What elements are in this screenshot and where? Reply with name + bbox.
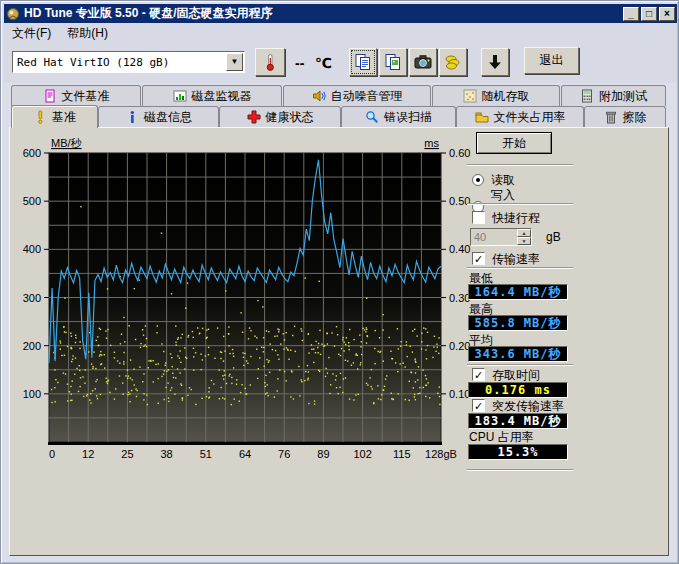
short-stroke-label: 快捷行程 — [492, 210, 540, 227]
health-cross-icon — [247, 110, 261, 124]
transfer-rate-label: 传输速率 — [492, 251, 540, 268]
speaker-icon — [312, 89, 326, 103]
screenshot-button[interactable] — [409, 48, 437, 76]
svg-text:25: 25 — [121, 448, 133, 460]
tab-label: 文件夹占用率 — [494, 109, 566, 126]
tab-folder-usage[interactable]: 文件夹占用率 — [456, 106, 584, 127]
maximize-button[interactable]: □ — [641, 7, 657, 21]
file-benchmark-icon — [43, 89, 57, 103]
svg-text:38: 38 — [160, 448, 172, 460]
spin-down-icon[interactable]: ▼ — [517, 237, 531, 245]
svg-text:76: 76 — [278, 448, 290, 460]
magnifier-icon — [365, 110, 379, 124]
start-button[interactable]: 开始 — [476, 132, 552, 154]
svg-text:200: 200 — [23, 340, 41, 352]
svg-text:102: 102 — [353, 448, 371, 460]
short-stroke-value: 40 — [471, 229, 517, 245]
tab-label: 错误扫描 — [384, 109, 432, 126]
toolbar: Red Hat VirtIO (128 gB) ▼ -- ℃ — [4, 43, 677, 83]
svg-text:89: 89 — [317, 448, 329, 460]
benchmark-chart: 6005004003002001000.600.500.400.300.200.… — [11, 131, 481, 471]
menu-help[interactable]: 帮助(H) — [59, 23, 116, 44]
avg-speed-display: 343.6 MB/秒 — [468, 346, 568, 362]
burst-rate-checkbox[interactable]: ✓ — [472, 399, 485, 412]
tab-file-benchmark[interactable]: 文件基准 — [11, 85, 141, 106]
down-arrow-icon — [485, 52, 505, 72]
svg-text:51: 51 — [200, 448, 212, 460]
write-label: 写入 — [491, 187, 515, 204]
copy-text-icon — [353, 52, 373, 72]
window-title: HD Tune 专业版 5.50 - 硬盘/固态硬盘实用程序 — [24, 5, 272, 22]
tab-noise-management[interactable]: 自动噪音管理 — [283, 85, 431, 106]
svg-text:600: 600 — [23, 147, 41, 159]
spin-up-icon[interactable]: ▲ — [517, 229, 531, 237]
temperature-value: -- — [295, 55, 304, 71]
random-access-icon — [463, 89, 477, 103]
folder-icon — [475, 110, 489, 124]
tab-health[interactable]: 健康状态 — [219, 106, 341, 127]
transfer-rate-checkbox[interactable]: ✓ — [472, 252, 485, 265]
tab-disk-info[interactable]: 磁盘信息 — [98, 106, 219, 127]
coins-icon — [443, 52, 463, 72]
camera-icon — [413, 52, 433, 72]
svg-text:400: 400 — [23, 243, 41, 255]
chevron-down-icon[interactable]: ▼ — [226, 53, 243, 71]
start-button-label: 开始 — [502, 135, 526, 152]
separator — [467, 469, 573, 471]
minimize-button[interactable]: _ — [623, 7, 639, 21]
svg-text:100: 100 — [23, 388, 41, 400]
svg-text:0.40: 0.40 — [449, 243, 470, 255]
access-time-checkbox[interactable]: ✓ — [472, 368, 485, 381]
separator — [467, 267, 573, 269]
calculator-icon — [580, 89, 594, 103]
tab-label: 磁盘信息 — [144, 109, 192, 126]
tab-disk-monitor[interactable]: 磁盘监视器 — [142, 85, 282, 106]
max-speed-display: 585.8 MB/秒 — [468, 315, 568, 331]
hdtune-window: HD Tune 专业版 5.50 - 硬盘/固态硬盘实用程序 _ □ × 文件(… — [0, 0, 679, 564]
tab-erase[interactable]: 擦除 — [584, 106, 666, 127]
trash-icon — [604, 110, 618, 124]
left-axis-label: MB/秒 — [51, 137, 83, 149]
tab-error-scan[interactable]: 错误扫描 — [341, 106, 456, 127]
short-stroke-spinner[interactable]: 40 ▲▼ — [470, 228, 532, 246]
benchmark-icon — [33, 110, 47, 124]
exit-button-label: 退出 — [540, 52, 564, 69]
menu-bar: 文件(F) 帮助(H) — [4, 23, 677, 43]
right-axis-label: ms — [424, 137, 439, 149]
copy-image-icon — [383, 52, 403, 72]
exit-button[interactable]: 退出 — [524, 47, 579, 74]
tab-benchmark[interactable]: 基准 — [11, 105, 98, 128]
temperature-button[interactable] — [255, 48, 285, 76]
temperature-unit: ℃ — [315, 55, 332, 71]
tab-random-access[interactable]: 随机存取 — [432, 85, 560, 106]
tab-label: 文件基准 — [62, 88, 110, 105]
tab-label: 磁盘监视器 — [192, 88, 252, 105]
drive-select[interactable]: Red Hat VirtIO (128 gB) ▼ — [12, 51, 245, 73]
menu-file[interactable]: 文件(F) — [4, 23, 59, 44]
short-stroke-checkbox[interactable] — [472, 211, 485, 224]
svg-text:0.60: 0.60 — [449, 147, 470, 159]
svg-text:12: 12 — [82, 448, 94, 460]
tab-label: 自动噪音管理 — [331, 88, 403, 105]
tab-label: 附加测试 — [599, 88, 647, 105]
chart-grid — [49, 153, 441, 442]
read-radio[interactable] — [472, 174, 484, 186]
tab-extra-tests[interactable]: 附加测试 — [561, 85, 666, 106]
copy-text-button[interactable] — [349, 48, 377, 76]
donate-button[interactable] — [439, 48, 467, 76]
tab-label: 擦除 — [623, 109, 647, 126]
min-speed-display: 164.4 MB/秒 — [468, 284, 568, 300]
app-icon — [6, 7, 20, 21]
save-results-button[interactable] — [481, 48, 509, 76]
svg-text:64: 64 — [239, 448, 251, 460]
thermometer-icon — [260, 52, 280, 72]
svg-text:128gB: 128gB — [425, 448, 457, 460]
copy-image-button[interactable] — [379, 48, 407, 76]
title-bar[interactable]: HD Tune 专业版 5.50 - 硬盘/固态硬盘实用程序 _ □ × — [4, 4, 677, 23]
drive-select-value: Red Hat VirtIO (128 gB) — [13, 56, 226, 69]
close-button[interactable]: × — [659, 7, 675, 21]
burst-rate-display: 183.4 MB/秒 — [468, 413, 568, 429]
separator — [467, 164, 573, 166]
cpu-usage-display: 15.3% — [468, 444, 568, 460]
x-axis-line — [48, 442, 442, 445]
